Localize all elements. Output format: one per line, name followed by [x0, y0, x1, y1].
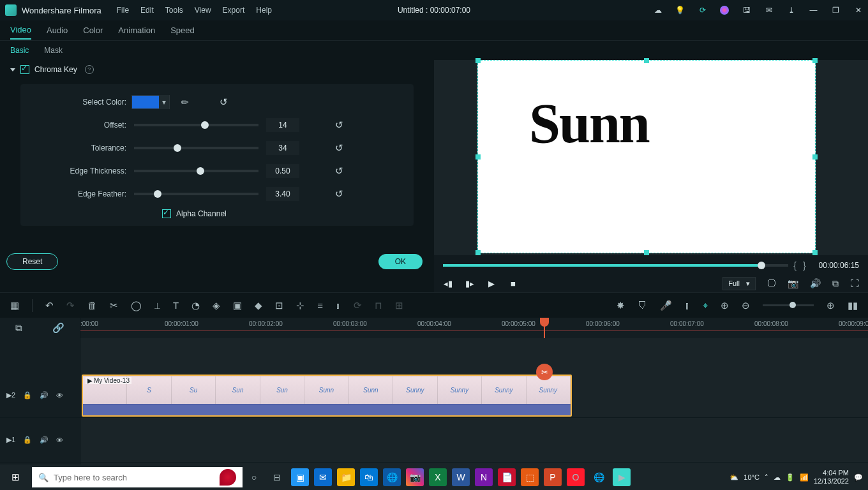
alpha-channel-checkbox[interactable]: [162, 209, 171, 218]
mark-in-icon[interactable]: {: [792, 260, 798, 271]
taskbar-search[interactable]: 🔍 Type here to search: [32, 467, 243, 487]
handle-l[interactable]: [475, 154, 481, 160]
track-v1-lock-icon[interactable]: 🔒: [23, 436, 32, 444]
tray-clock[interactable]: 4:04 PM 12/13/2022: [814, 469, 849, 486]
text-icon[interactable]: T: [173, 300, 179, 311]
track-v2-mute-icon[interactable]: 🔊: [40, 391, 49, 399]
track-v1-eye-icon[interactable]: 👁: [56, 436, 63, 444]
zoom-slider[interactable]: [763, 304, 814, 306]
track-v2-eye-icon[interactable]: 👁: [56, 392, 63, 399]
revert-offset-icon[interactable]: ↺: [335, 119, 343, 131]
detect-icon[interactable]: ⊡: [275, 300, 283, 311]
tray-battery-icon[interactable]: 🔋: [786, 473, 795, 482]
save-icon[interactable]: 🖫: [742, 6, 751, 15]
color-tool-icon[interactable]: ◈: [213, 300, 220, 311]
track-v1-body[interactable]: [80, 418, 868, 462]
ok-button[interactable]: OK: [378, 254, 423, 269]
playhead[interactable]: ✂: [544, 318, 545, 338]
handle-t[interactable]: [644, 58, 649, 63]
task-edge-icon[interactable]: 🌐: [383, 468, 401, 486]
task-app1-icon[interactable]: ▣: [291, 468, 309, 486]
task-instagram-icon[interactable]: 📷: [406, 468, 424, 486]
step-back-icon[interactable]: ◂▮: [443, 278, 453, 288]
task-store-icon[interactable]: 🛍: [360, 468, 378, 486]
subtab-mask[interactable]: Mask: [44, 46, 63, 55]
cloud-icon[interactable]: ☁: [653, 6, 662, 15]
menu-view[interactable]: View: [195, 6, 211, 15]
audio-tool-icon[interactable]: ⫾: [336, 300, 341, 311]
tray-wifi-icon[interactable]: 📶: [800, 473, 809, 482]
link-icon[interactable]: 🔗: [52, 322, 64, 334]
track-v1-mute-icon[interactable]: 🔊: [40, 436, 49, 444]
mail-icon[interactable]: ✉: [764, 6, 774, 15]
mark-out-icon[interactable]: }: [802, 260, 807, 271]
task-filmora-icon[interactable]: ▶: [613, 468, 631, 486]
crop-icon[interactable]: ⟂: [154, 300, 160, 311]
bulb-icon[interactable]: 💡: [675, 6, 685, 15]
green-screen-icon[interactable]: ▣: [233, 300, 242, 311]
minimize-icon[interactable]: —: [809, 6, 818, 15]
magnet-icon[interactable]: ⌖: [703, 300, 708, 311]
ruler[interactable]: ✂ :00:0000:00:01:0000:00:02:0000:00:03:0…: [80, 318, 868, 338]
marker-icon[interactable]: ◯: [131, 300, 142, 311]
chevron-down-icon[interactable]: ▾: [159, 95, 169, 109]
handle-bl[interactable]: [475, 250, 481, 255]
monitor-icon[interactable]: 🖵: [767, 278, 776, 288]
motion-icon[interactable]: ⊹: [296, 300, 304, 311]
tray-chevron-icon[interactable]: ˄: [765, 473, 768, 482]
task-excel-icon[interactable]: X: [429, 468, 447, 486]
video-clip[interactable]: ▶ My Video-13 SSu SunSunSunn SunnSunnySu…: [82, 375, 572, 417]
stop-icon[interactable]: ■: [508, 278, 518, 288]
reset-button[interactable]: Reset: [6, 253, 58, 270]
tab-speed[interactable]: Speed: [170, 22, 195, 39]
edge-feather-slider[interactable]: [134, 193, 258, 195]
step-forward-icon[interactable]: ▮▸: [465, 278, 475, 288]
tolerance-value[interactable]: 34: [266, 141, 299, 155]
handle-tl[interactable]: [475, 58, 481, 63]
task-pdf-icon[interactable]: 📄: [498, 468, 516, 486]
redo-icon[interactable]: ↷: [66, 300, 75, 311]
seek-bar[interactable]: [443, 264, 788, 267]
color-swatch[interactable]: ▾: [131, 95, 170, 109]
revert-edge-thickness-icon[interactable]: ↺: [335, 165, 343, 177]
tolerance-slider[interactable]: [134, 147, 258, 149]
menu-export[interactable]: Export: [223, 6, 245, 15]
handle-b[interactable]: [644, 250, 649, 255]
track-v2-icon[interactable]: ▶2: [6, 391, 15, 399]
offset-value[interactable]: 14: [266, 118, 299, 132]
track-v2-lock-icon[interactable]: 🔒: [23, 391, 32, 399]
menu-help[interactable]: Help: [256, 6, 272, 15]
subtab-basic[interactable]: Basic: [10, 46, 29, 55]
chroma-key-header[interactable]: Chroma Key ?: [0, 60, 434, 79]
tray-notifications-icon[interactable]: 💬: [854, 473, 863, 482]
delete-icon[interactable]: 🗑: [87, 300, 97, 311]
task-app2-icon[interactable]: ⬚: [521, 468, 539, 486]
task-mail-icon[interactable]: ✉: [314, 468, 332, 486]
edge-thickness-value[interactable]: 0.50: [266, 164, 299, 178]
edit-tool-icon[interactable]: ≡: [317, 300, 323, 311]
task-cortana-icon[interactable]: ○: [245, 468, 263, 486]
shield-icon[interactable]: ⛉: [638, 300, 647, 311]
task-word-icon[interactable]: W: [452, 468, 470, 486]
zoom-in-icon[interactable]: ⊕: [827, 300, 835, 311]
menu-edit[interactable]: Edit: [140, 6, 154, 15]
task-chrome-icon[interactable]: 🌐: [590, 468, 608, 486]
edge-feather-value[interactable]: 3.40: [266, 187, 299, 201]
group-icon[interactable]: ⊓: [375, 300, 382, 311]
volume-icon[interactable]: 🔊: [810, 278, 821, 288]
refresh-icon[interactable]: ⟳: [698, 6, 707, 15]
snapshot-icon[interactable]: 📷: [788, 278, 798, 288]
notification-orb-icon[interactable]: [720, 6, 729, 15]
tray-drive-icon[interactable]: ☁: [774, 473, 781, 482]
revert-color-icon[interactable]: ↺: [220, 96, 228, 108]
track-v2-body[interactable]: ▶ My Video-13 SSu SunSunSunn SunnSunnySu…: [80, 373, 868, 417]
task-powerpoint-icon[interactable]: P: [544, 468, 562, 486]
add-marker-icon[interactable]: ⊕: [721, 300, 729, 311]
menu-tools[interactable]: Tools: [165, 6, 183, 15]
tab-video[interactable]: Video: [10, 21, 31, 40]
edge-thickness-slider[interactable]: [134, 170, 258, 172]
mic-icon[interactable]: 🎤: [660, 300, 672, 311]
pip-icon[interactable]: ⧉: [832, 278, 839, 289]
record-icon[interactable]: ⊞: [395, 300, 403, 311]
play-icon[interactable]: ▶: [486, 278, 497, 288]
